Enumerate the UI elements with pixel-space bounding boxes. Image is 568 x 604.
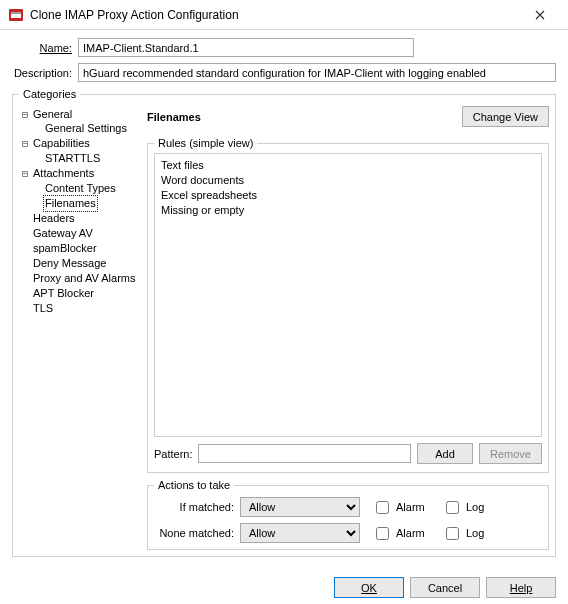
detail-heading: Filenames (147, 111, 462, 123)
rules-legend: Rules (simple view) (154, 137, 257, 149)
rule-item[interactable]: Missing or empty (161, 203, 535, 218)
rules-list[interactable]: Text files Word documents Excel spreadsh… (154, 153, 542, 437)
tree-content-types[interactable]: Content Types (43, 181, 118, 196)
if-matched-select[interactable]: Allow (240, 497, 360, 517)
none-matched-alarm-checkbox[interactable]: Alarm (360, 524, 430, 543)
tree-apt-blocker[interactable]: APT Blocker (31, 286, 96, 301)
ok-button[interactable]: OK (334, 577, 404, 598)
add-button[interactable]: Add (417, 443, 473, 464)
rule-item[interactable]: Word documents (161, 173, 535, 188)
tree-spamblocker[interactable]: spamBlocker (31, 241, 99, 256)
category-tree[interactable]: ⊟General General Settings ⊟Capabilities … (19, 106, 141, 550)
none-matched-log-checkbox[interactable]: Log (430, 524, 490, 543)
actions-legend: Actions to take (154, 479, 234, 491)
actions-fieldset: Actions to take If matched: Allow Alarm … (147, 479, 549, 550)
tree-capabilities[interactable]: Capabilities (31, 136, 92, 151)
help-button[interactable]: Help (486, 577, 556, 598)
pattern-input[interactable] (198, 444, 411, 463)
remove-button[interactable]: Remove (479, 443, 542, 464)
tree-general[interactable]: General (31, 107, 74, 122)
change-view-button[interactable]: Change View (462, 106, 549, 127)
cancel-button[interactable]: Cancel (410, 577, 480, 598)
if-matched-log-checkbox[interactable]: Log (430, 498, 490, 517)
rule-item[interactable]: Text files (161, 158, 535, 173)
categories-fieldset: Categories ⊟General General Settings ⊟Ca… (12, 88, 556, 557)
window-title: Clone IMAP Proxy Action Configuration (30, 8, 520, 22)
titlebar: Clone IMAP Proxy Action Configuration (0, 0, 568, 30)
description-input[interactable] (78, 63, 556, 82)
rule-item[interactable]: Excel spreadsheets (161, 188, 535, 203)
tree-filenames[interactable]: Filenames (43, 195, 98, 212)
tree-starttls[interactable]: STARTTLS (43, 151, 102, 166)
svg-rect-2 (11, 12, 21, 14)
description-label: Description: (12, 67, 78, 79)
detail-pane: Filenames Change View Rules (simple view… (147, 106, 549, 550)
rules-fieldset: Rules (simple view) Text files Word docu… (147, 137, 549, 473)
categories-legend: Categories (19, 88, 80, 100)
name-label: Name: (12, 42, 78, 54)
pattern-label: Pattern: (154, 448, 192, 460)
dialog-button-bar: OK Cancel Help (0, 567, 568, 604)
tree-tls[interactable]: TLS (31, 301, 55, 316)
close-button[interactable] (520, 1, 560, 29)
content-area: Name: Description: Categories ⊟General G… (0, 30, 568, 567)
none-matched-label: None matched: (154, 527, 240, 539)
tree-general-settings[interactable]: General Settings (43, 121, 129, 136)
if-matched-label: If matched: (154, 501, 240, 513)
tree-attachments[interactable]: Attachments (31, 166, 96, 181)
name-input[interactable] (78, 38, 414, 57)
tree-headers[interactable]: Headers (31, 211, 77, 226)
if-matched-alarm-checkbox[interactable]: Alarm (360, 498, 430, 517)
app-icon (8, 7, 24, 23)
tree-gateway-av[interactable]: Gateway AV (31, 226, 95, 241)
tree-proxy-av-alarms[interactable]: Proxy and AV Alarms (31, 271, 138, 286)
tree-deny-message[interactable]: Deny Message (31, 256, 108, 271)
none-matched-select[interactable]: Allow (240, 523, 360, 543)
